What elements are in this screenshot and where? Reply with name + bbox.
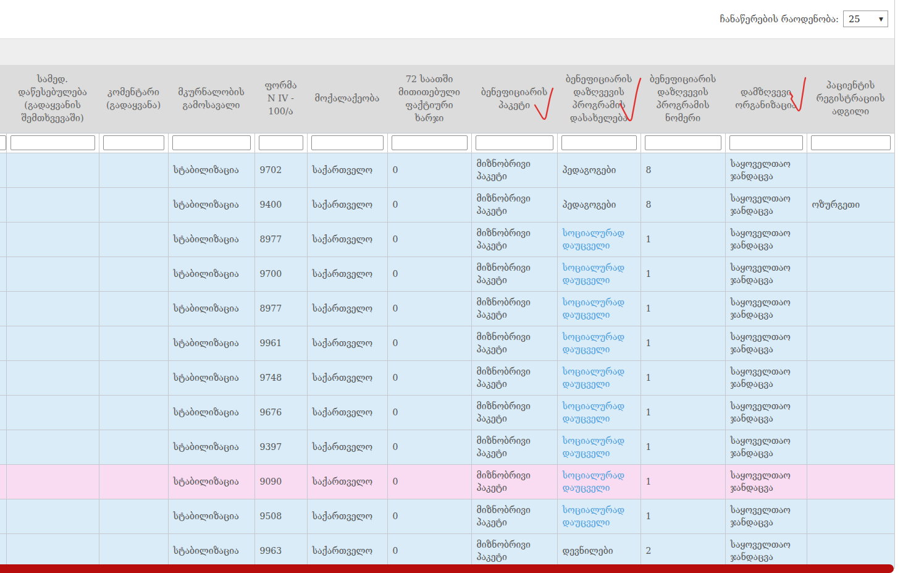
- cell-citizenship: საქართველო: [307, 430, 387, 464]
- cell-insurer_organization: საყოველთაო ჯანდაცვა: [725, 395, 807, 430]
- cell-registration_place: [807, 430, 894, 464]
- table-row[interactable]: სტაბილიზაცია8977საქართველო0მიზნობრივი პა…: [0, 222, 894, 257]
- insurance-program-link[interactable]: სოციალურად დაუცველი: [563, 470, 624, 493]
- red-underline-annotation: [0, 564, 894, 573]
- cell-insurance_program_name: სოციალურად დაუცველი: [557, 257, 640, 291]
- cell-insurance_program_name: სოციალურად დაუცველი: [557, 430, 640, 464]
- cell-insurer_organization: საყოველთაო ჯანდაცვა: [725, 187, 807, 222]
- filter-input-form_n_iv[interactable]: [259, 135, 303, 150]
- cell-beneficiary_package: მიზნობრივი პაკეტი: [471, 257, 557, 291]
- cell-insurance_program_name: პედაგოგები: [557, 187, 640, 222]
- cell-form_n_iv: 9397: [254, 430, 307, 464]
- filter-input-cost_72h[interactable]: [392, 135, 468, 150]
- cell-cut: [0, 153, 6, 187]
- column-header-cut[interactable]: [0, 65, 6, 133]
- insurance-program-link[interactable]: სოციალურად დაუცველი: [563, 228, 624, 250]
- records-table: სამედ. დაწესებულება (გადაყვანის შემთხვევ…: [0, 65, 895, 569]
- cell-insurer_organization: საყოველთაო ჯანდაცვა: [725, 533, 807, 568]
- filter-input-transfer_comment[interactable]: [103, 135, 164, 150]
- filter-input-insurance_program_number[interactable]: [645, 135, 721, 150]
- cell-insurance_program_name: სოციალურად დაუცველი: [557, 464, 640, 499]
- column-header-insurance_program_number[interactable]: ბენეფიციარის დაზღვევის პროგრამის ნომერი: [640, 65, 725, 133]
- filter-input-insurance_program_name[interactable]: [561, 135, 637, 150]
- cell-citizenship: საქართველო: [307, 291, 387, 326]
- table-row[interactable]: სტაბილიზაცია9676საქართველო0მიზნობრივი პა…: [0, 395, 894, 430]
- cell-transfer_comment: [99, 187, 168, 222]
- cell-insurance_program_name: სოციალურად დაუცველი: [557, 222, 640, 257]
- insurance-program-link[interactable]: სოციალურად დაუცველი: [563, 297, 624, 320]
- cell-treatment_outcome: სტაბილიზაცია: [168, 464, 254, 499]
- insurance-program-link[interactable]: სოციალურად დაუცველი: [563, 263, 624, 285]
- table-row[interactable]: სტაბილიზაცია9961საქართველო0მიზნობრივი პა…: [0, 326, 894, 360]
- table-row[interactable]: სტაბილიზაცია9508საქართველო0მიზნობრივი პა…: [0, 499, 894, 533]
- cell-form_n_iv: 8977: [254, 291, 307, 326]
- filter-input-registration_place[interactable]: [811, 135, 891, 150]
- records-grid-panel: ჩანაწერების რაოდენობა: 25 ▼ სამედ. დაწეს…: [0, 0, 895, 568]
- filter-input-cut[interactable]: [0, 135, 6, 150]
- cell-form_n_iv: 9748: [254, 360, 307, 395]
- insurance-program-link[interactable]: სოციალურად დაუცველი: [563, 332, 624, 354]
- cell-registration_place: [807, 326, 894, 360]
- cell-insurer_organization: საყოველთაო ჯანდაცვა: [725, 464, 807, 499]
- column-header-med_institution[interactable]: სამედ. დაწესებულება (გადაყვანის შემთხვევ…: [6, 65, 99, 133]
- table-row[interactable]: სტაბილიზაცია8977საქართველო0მიზნობრივი პა…: [0, 291, 894, 326]
- cell-insurance_program_number: 1: [640, 291, 725, 326]
- cell-form_n_iv: 9676: [254, 395, 307, 430]
- cell-transfer_comment: [99, 291, 168, 326]
- table-row[interactable]: სტაბილიზაცია9963საქართველო0მიზნობრივი პა…: [0, 533, 894, 568]
- cell-form_n_iv: 9700: [254, 257, 307, 291]
- filter-input-med_institution[interactable]: [10, 135, 95, 150]
- cell-med_institution: [6, 430, 99, 464]
- column-header-form_n_iv[interactable]: ფორმა N IV - 100/ა: [254, 65, 307, 133]
- column-header-treatment_outcome[interactable]: მკურნალობის გამოსავალი: [168, 65, 254, 133]
- cell-insurer_organization: საყოველთაო ჯანდაცვა: [725, 326, 807, 360]
- cell-insurer_organization: საყოველთაო ჯანდაცვა: [725, 430, 807, 464]
- table-row[interactable]: სტაბილიზაცია9400საქართველო0მიზნობრივი პა…: [0, 187, 894, 222]
- cell-citizenship: საქართველო: [307, 464, 387, 499]
- cell-registration_place: ოზურგეთი: [807, 187, 894, 222]
- filter-input-treatment_outcome[interactable]: [172, 135, 251, 150]
- cell-registration_place: [807, 153, 894, 187]
- cell-beneficiary_package: მიზნობრივი პაკეტი: [471, 360, 557, 395]
- cell-cost_72h: 0: [387, 395, 471, 430]
- column-header-transfer_comment[interactable]: კომენტარი (გადაყვანა): [99, 65, 168, 133]
- filter-input-insurer_organization[interactable]: [729, 135, 803, 150]
- cell-cut: [0, 360, 6, 395]
- cell-citizenship: საქართველო: [307, 187, 387, 222]
- insurance-program-link[interactable]: სოციალურად დაუცველი: [563, 401, 624, 423]
- cell-treatment_outcome: სტაბილიზაცია: [168, 395, 254, 430]
- records-count-select[interactable]: 25 ▼: [843, 11, 888, 27]
- cell-med_institution: [6, 222, 99, 257]
- cell-cost_72h: 0: [387, 326, 471, 360]
- column-header-beneficiary_package[interactable]: ბენეფიციარის პაკეტი: [471, 65, 557, 133]
- cell-cost_72h: 0: [387, 222, 471, 257]
- cell-cost_72h: 0: [387, 187, 471, 222]
- filter-input-citizenship[interactable]: [311, 135, 384, 150]
- column-header-registration_place[interactable]: პაციენტის რეგისტრაციის ადგილი: [807, 65, 894, 133]
- cell-form_n_iv: 9961: [254, 326, 307, 360]
- table-row[interactable]: სტაბილიზაცია9748საქართველო0მიზნობრივი პა…: [0, 360, 894, 395]
- table-row[interactable]: სტაბილიზაცია9700საქართველო0მიზნობრივი პა…: [0, 257, 894, 291]
- cell-transfer_comment: [99, 533, 168, 568]
- table-row[interactable]: სტაბილიზაცია9397საქართველო0მიზნობრივი პა…: [0, 430, 894, 464]
- cell-treatment_outcome: სტაბილიზაცია: [168, 153, 254, 187]
- column-header-insurance_program_name[interactable]: ბენეფიციარის დაზღვევის პროგრამის დასახელ…: [557, 65, 640, 133]
- filter-input-beneficiary_package[interactable]: [476, 135, 553, 150]
- column-header-citizenship[interactable]: მოქალაქეობა: [307, 65, 387, 133]
- top-toolbar: ჩანაწერების რაოდენობა: 25 ▼: [0, 0, 894, 38]
- column-header-insurer_organization[interactable]: დამზღვევი ორგანიზაცია: [725, 65, 807, 133]
- table-row[interactable]: სტაბილიზაცია9090საქართველო0მიზნობრივი პა…: [0, 464, 894, 499]
- cell-registration_place: [807, 257, 894, 291]
- cell-beneficiary_package: მიზნობრივი პაკეტი: [471, 153, 557, 187]
- cell-beneficiary_package: მიზნობრივი პაკეტი: [471, 464, 557, 499]
- cell-med_institution: [6, 187, 99, 222]
- insurance-program-link[interactable]: სოციალურად დაუცველი: [563, 367, 624, 389]
- table-row[interactable]: სტაბილიზაცია9702საქართველო0მიზნობრივი პა…: [0, 153, 894, 187]
- insurance-program-link[interactable]: სოციალურად დაუცველი: [563, 505, 624, 527]
- cell-cost_72h: 0: [387, 430, 471, 464]
- cell-cut: [0, 533, 6, 568]
- cell-insurer_organization: საყოველთაო ჯანდაცვა: [725, 360, 807, 395]
- cell-beneficiary_package: მიზნობრივი პაკეტი: [471, 499, 557, 533]
- column-header-cost_72h[interactable]: 72 საათში მითითებული ფაქტიური ხარჯი: [387, 65, 471, 133]
- insurance-program-link[interactable]: სოციალურად დაუცველი: [563, 436, 624, 458]
